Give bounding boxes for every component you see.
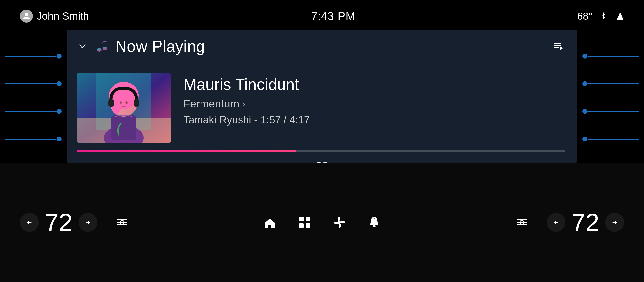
home-button[interactable]	[262, 215, 277, 230]
player-content: Mauris Tincidunt Fermentum › Tamaki Ryus…	[66, 63, 578, 148]
svg-point-40	[338, 221, 341, 224]
svg-rect-15	[111, 115, 136, 140]
queue-button[interactable]	[551, 39, 565, 53]
left-slider-2[interactable]	[5, 81, 62, 86]
right-temp-control: 72	[546, 208, 624, 237]
svg-marker-1	[617, 12, 624, 20]
right-temp-increase[interactable]	[605, 213, 624, 232]
grid-button[interactable]	[297, 215, 312, 230]
header-left: Now Playing	[76, 37, 205, 56]
svg-line-6	[102, 41, 107, 42]
svg-point-22	[126, 101, 128, 104]
right-slider-1[interactable]	[582, 54, 639, 59]
music-note-icon	[94, 39, 109, 54]
svg-rect-41	[373, 225, 376, 227]
svg-rect-37	[306, 217, 310, 222]
collapse-button[interactable]	[76, 40, 88, 52]
track-artist-time: Tamaki Ryushi - 1:57 / 4:17	[183, 114, 565, 126]
svg-point-0	[24, 13, 28, 16]
left-slider-3[interactable]	[5, 109, 62, 114]
album-art	[76, 73, 171, 143]
svg-rect-38	[299, 223, 304, 228]
progress-fill	[76, 150, 296, 152]
player-card: Now Playing	[66, 30, 578, 163]
album-art-svg	[76, 73, 171, 143]
album-chevron-icon: ›	[242, 98, 246, 109]
right-temperature: 72	[570, 208, 600, 237]
status-bar: John Smith 7:43 PM 68°	[0, 0, 644, 32]
user-name: John Smith	[37, 10, 89, 22]
left-temp-decrease[interactable]	[20, 213, 39, 232]
svg-point-42	[373, 217, 375, 219]
right-slider-4[interactable]	[582, 137, 639, 141]
svg-rect-36	[299, 217, 304, 222]
svg-point-21	[120, 101, 122, 104]
right-slider-3[interactable]	[582, 109, 639, 114]
temperature: 68°	[577, 11, 592, 22]
left-temperature: 72	[44, 208, 74, 237]
left-sliders	[0, 32, 66, 163]
left-vent-icon	[115, 215, 130, 230]
user-icon	[20, 10, 33, 22]
svg-point-2	[97, 48, 102, 52]
left-slider-1[interactable]	[5, 54, 62, 59]
status-user: John Smith	[20, 10, 89, 22]
left-temp-increase[interactable]	[78, 213, 98, 232]
progress-container[interactable]	[66, 148, 578, 155]
now-playing-title: Now Playing	[115, 37, 205, 56]
track-album[interactable]: Fermentum ›	[183, 98, 565, 110]
svg-rect-19	[108, 99, 114, 107]
progress-track[interactable]	[76, 150, 565, 152]
right-sliders	[578, 32, 644, 163]
nav-icons	[262, 215, 382, 230]
bell-button[interactable]	[367, 215, 382, 230]
svg-point-3	[102, 47, 107, 50]
track-title: Mauris Tincidunt	[183, 75, 565, 94]
status-time: 7:43 PM	[311, 9, 355, 23]
left-temp-control: 72	[20, 208, 98, 237]
album-art-figure	[76, 73, 171, 143]
right-slider-2[interactable]	[582, 81, 639, 86]
bottom-bar: 72	[0, 163, 644, 282]
status-icons: 68°	[577, 11, 624, 22]
svg-rect-20	[134, 99, 139, 107]
svg-marker-10	[560, 46, 563, 50]
bottom-right-section: 72	[514, 208, 624, 237]
svg-rect-39	[306, 223, 310, 228]
signal-icon	[614, 11, 624, 21]
right-temp-decrease[interactable]	[546, 213, 566, 232]
right-vent-icon	[514, 215, 529, 230]
left-slider-4[interactable]	[5, 137, 62, 141]
player-header: Now Playing	[66, 30, 578, 63]
bluetooth-icon	[598, 11, 608, 21]
track-info: Mauris Tincidunt Fermentum › Tamaki Ryus…	[183, 73, 565, 126]
bottom-left-section: 72	[20, 208, 130, 237]
fan-button[interactable]	[332, 215, 347, 230]
